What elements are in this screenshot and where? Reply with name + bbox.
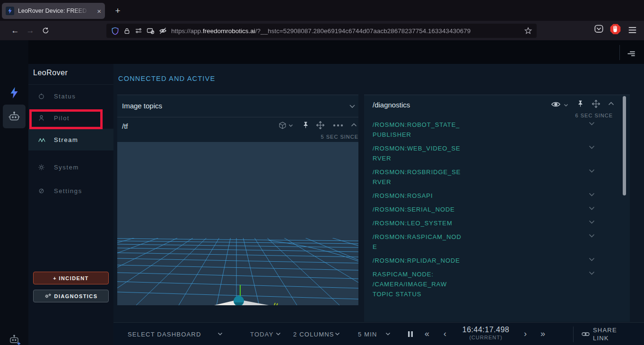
url-prefix: https://app.: [171, 27, 203, 35]
new-tab-button[interactable]: +: [112, 5, 124, 17]
topic-name: /ROSMON:WEB_VIDEO_SE RVER: [373, 143, 486, 163]
pin-icon[interactable]: [577, 100, 584, 107]
chevron-down-icon[interactable]: [288, 124, 293, 127]
tab-title: LeoRover Device: FREED: [18, 8, 89, 14]
diagnostics-panel-title: /diagnostics: [373, 101, 410, 109]
skip-back-button[interactable]: «: [425, 329, 429, 339]
step-back-button[interactable]: ‹: [444, 329, 446, 339]
timeline-bottom-bar: SELECT DASHBOARD TODAY 2 COLUMNS 5 MIN «…: [113, 322, 644, 345]
sidebar-item-stream[interactable]: Stream: [28, 129, 113, 150]
topic-name: RASPICAM_NODE: /CAMERA/IMAGE_RAW TOPIC S…: [373, 269, 486, 299]
chevron-down-icon[interactable]: [589, 193, 595, 196]
topic-name: /ROSMON:RASPICAM_NOD E: [373, 232, 486, 252]
forward-button[interactable]: →: [23, 26, 38, 35]
diagnostic-topic-row[interactable]: /ROSMON:RASPICAM_NOD E: [373, 232, 595, 252]
adblock-button[interactable]: [610, 24, 621, 35]
move-icon[interactable]: [316, 121, 324, 129]
chevron-down-icon[interactable]: [276, 332, 281, 336]
annotation-highlight-pilot: [29, 109, 103, 129]
step-forward-button[interactable]: ›: [524, 329, 527, 339]
tracking-protection-shield-icon[interactable]: [111, 27, 119, 35]
link-icon: [582, 331, 590, 337]
url-domain: freedomrobotics.ai: [203, 27, 255, 35]
add-device-button[interactable]: [8, 334, 20, 345]
autoplay-blocked-icon[interactable]: [147, 27, 155, 35]
tf-3d-viewport[interactable]: [117, 142, 358, 305]
skip-forward-button[interactable]: »: [540, 329, 545, 339]
date-range-dropdown[interactable]: TODAY: [250, 331, 274, 338]
move-icon[interactable]: [592, 100, 600, 108]
app-rail: [0, 40, 28, 345]
sidebar-item-label: Status: [54, 93, 76, 100]
diagnostic-topic-row[interactable]: RASPICAM_NODE: /CAMERA/IMAGE_RAW TOPIC S…: [373, 269, 595, 299]
diagnostic-topic-row[interactable]: /ROSMON:LEO_SYSTEM: [373, 218, 595, 228]
back-button[interactable]: ←: [8, 26, 23, 35]
bookmark-star-icon[interactable]: [524, 27, 532, 35]
freedom-robotics-logo-icon[interactable]: [9, 87, 20, 98]
chevron-down-icon[interactable]: [589, 145, 595, 149]
chevron-down-icon[interactable]: [589, 220, 595, 224]
diagnostic-topic-row[interactable]: /ROSMON:RPLIDAR_NODE: [373, 256, 595, 265]
diagnostics-button-label: DIAGNOSTICS: [54, 293, 98, 299]
rail-device-item[interactable]: [3, 105, 26, 128]
chevron-down-icon[interactable]: [335, 332, 340, 336]
permissions-sliders-icon[interactable]: [135, 27, 142, 35]
device-name: LeoRover: [33, 69, 68, 77]
chevron-down-icon[interactable]: [589, 234, 595, 238]
url-bar[interactable]: https://app.freedomrobotics.ai/?__hstc=5…: [106, 24, 537, 38]
sidebar-item-status[interactable]: Status: [28, 85, 113, 107]
sidebar-item-system[interactable]: System: [28, 156, 113, 178]
timeline-time: 16:44:17.498: [459, 326, 513, 334]
diagnostic-topic-row[interactable]: /ROSMON:ROSAPI: [373, 191, 595, 201]
chevron-down-icon[interactable]: [385, 332, 391, 336]
tf-since-label: 5 SEC SINCE: [302, 134, 358, 140]
pin-icon[interactable]: [302, 121, 309, 129]
topbar-divider: [619, 45, 620, 60]
visibility-eye-icon[interactable]: [551, 101, 561, 108]
incident-button[interactable]: + INCIDENT: [33, 272, 109, 284]
diagnostic-topic-row[interactable]: /ROSMON:WEB_VIDEO_SE RVER: [373, 143, 595, 163]
collapse-chevron-up-icon[interactable]: [608, 102, 614, 106]
image-topics-select[interactable]: Image topics: [122, 102, 162, 110]
pause-button[interactable]: [408, 331, 413, 337]
sidebar-item-label: Stream: [54, 136, 78, 143]
chevron-down-icon[interactable]: [218, 332, 223, 336]
select-dashboard-dropdown[interactable]: SELECT DASHBOARD: [128, 331, 201, 338]
diagnostics-button[interactable]: DIAGNOSTICS: [33, 290, 109, 302]
browser-tab[interactable]: LeoRover Device: FREED ×: [2, 3, 105, 19]
topic-name: /ROSMON:ROSBRIDGE_SE RVER: [373, 167, 486, 187]
columns-dropdown[interactable]: 2 COLUMNS: [293, 331, 334, 338]
chevron-down-icon[interactable]: [589, 271, 595, 275]
diagnostic-topic-row[interactable]: /ROSMON:ROBOT_STATE_ PUBLISHER: [373, 120, 595, 140]
more-options-icon[interactable]: [333, 124, 343, 127]
divider: [117, 117, 358, 117]
view-3d-cube-icon[interactable]: [278, 121, 287, 130]
pocket-button[interactable]: [594, 24, 604, 34]
chevron-down-icon[interactable]: [589, 257, 595, 261]
chevron-down-icon[interactable]: [589, 169, 595, 173]
chevron-down-icon[interactable]: [564, 104, 568, 107]
time-window-dropdown[interactable]: 5 MIN: [358, 331, 377, 338]
menu-hamburger-icon[interactable]: [628, 26, 637, 35]
diagnostic-topic-row[interactable]: /ROSMON:ROSBRIDGE_SE RVER: [373, 167, 595, 187]
notifications-blocked-icon[interactable]: [159, 27, 167, 35]
stream-wave-icon: [38, 136, 45, 143]
url-text[interactable]: https://app.freedomrobotics.ai/?__hstc=5…: [171, 27, 522, 35]
timeline-time-mode: (CURRENT): [459, 335, 513, 340]
chevron-down-icon[interactable]: [349, 104, 356, 108]
tab-close-icon[interactable]: ×: [97, 8, 101, 15]
diagnostic-topic-row[interactable]: /ROSMON:SERIAL_NODE: [373, 204, 595, 214]
sidebar-item-settings[interactable]: Settings: [28, 180, 113, 202]
filter-icon[interactable]: [626, 49, 636, 59]
tab-favicon-lightning-icon: [6, 7, 14, 15]
https-lock-icon[interactable]: [123, 27, 131, 35]
collapse-chevron-up-icon[interactable]: [351, 123, 357, 127]
settings-icon: [38, 187, 45, 195]
share-link-label: SHARE LINK: [593, 326, 619, 342]
reload-button[interactable]: [38, 27, 53, 34]
chevron-down-icon[interactable]: [589, 122, 595, 125]
share-link-button[interactable]: SHARE LINK: [582, 326, 619, 342]
chevron-down-icon[interactable]: [589, 206, 595, 210]
scrollbar-thumb[interactable]: [623, 96, 626, 195]
device-status-banner: CONNECTED AND ACTIVE: [118, 75, 215, 82]
